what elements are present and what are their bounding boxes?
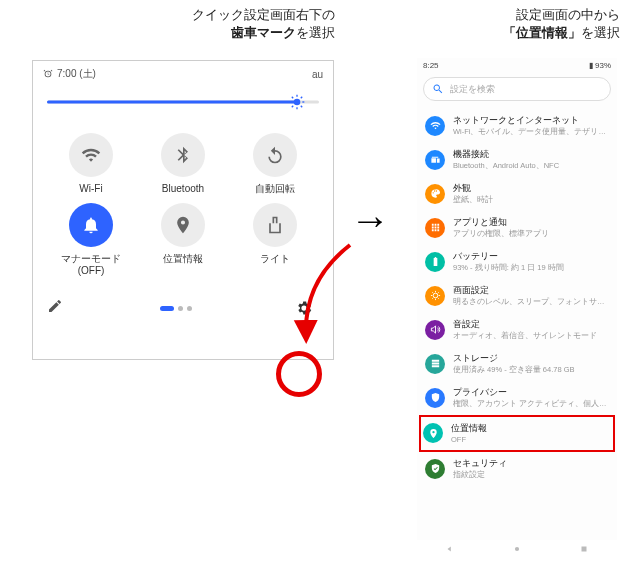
settings-item-apps[interactable]: アプリと通知アプリの権限、標準アプリ [421,211,613,245]
qs-tile-label: ライト [260,253,290,265]
bell-icon [69,203,113,247]
wifi-icon [425,116,445,136]
rotate-icon [253,133,297,177]
settings-screen: 8:25 ▮ 93% 設定を検索 ネットワークとインターネットWi-Fi、モバイ… [417,58,617,558]
settings-item-sub: OFF [451,435,487,444]
settings-item-display[interactable]: 画面設定明るさのレベル、スリープ、フォントサイズ [421,279,613,313]
svg-line-8 [301,97,302,98]
loc-icon [423,423,443,443]
caption-right-post: を選択 [581,25,620,40]
nav-bar [417,540,617,558]
gear-icon[interactable] [289,293,319,323]
svg-point-0 [294,99,301,106]
settings-item-loc[interactable]: 位置情報OFF [419,415,615,452]
settings-battery: 93% [595,61,611,70]
settings-item-battery[interactable]: バッテリー93% - 残り時間: 約 1 日 19 時間 [421,245,613,279]
search-icon [432,83,444,95]
nav-recent-icon[interactable] [579,544,589,554]
brightness-thumb-icon[interactable] [289,94,305,110]
svg-line-5 [292,97,293,98]
settings-item-title: 音設定 [453,318,597,331]
settings-item-sub: Wi-Fi、モバイル、データ使用量、テザリング [453,127,609,137]
settings-status-bar: 8:25 ▮ 93% [417,58,617,73]
page-dots [160,306,192,311]
settings-item-sub: 壁紙、時計 [453,195,493,205]
settings-search[interactable]: 設定を検索 [423,77,611,101]
settings-item-palette[interactable]: 外観壁紙、時計 [421,177,613,211]
caption-right-bold: 「位置情報」 [503,25,581,40]
devices-icon [425,150,445,170]
qs-tile-label: 位置情報 [163,253,203,265]
caption-left-pre: クイック設定画面右下の [192,7,335,22]
qs-tile-flash[interactable]: ライト [229,203,321,277]
settings-item-title: プライバシー [453,386,609,399]
display-icon [425,286,445,306]
settings-item-sub: 指紋設定 [453,470,507,480]
settings-item-wifi[interactable]: ネットワークとインターネットWi-Fi、モバイル、データ使用量、テザリング [421,109,613,143]
nav-back-icon[interactable] [445,544,455,554]
settings-list: ネットワークとインターネットWi-Fi、モバイル、データ使用量、テザリング機器接… [417,109,617,486]
qs-tile-rotate[interactable]: 自動回転 [229,133,321,195]
settings-item-title: 画面設定 [453,284,609,297]
settings-item-title: ネットワークとインターネット [453,114,609,127]
loc-icon [161,203,205,247]
caption-left: クイック設定画面右下の 歯車マークを選択 [105,6,335,42]
arrow-right-icon: → [350,200,390,240]
quick-settings-panel: 7:00 (土) au Wi-FiBluetooth自動回転マナーモード (OF… [32,60,334,360]
caption-left-post: を選択 [296,25,335,40]
qs-footer [33,287,333,331]
settings-item-sub: 明るさのレベル、スリープ、フォントサイズ [453,297,609,307]
security-icon [425,459,445,479]
qs-tile-label: 自動回転 [255,183,295,195]
apps-icon [425,218,445,238]
privacy-icon [425,388,445,408]
settings-item-sub: 93% - 残り時間: 約 1 日 19 時間 [453,263,564,273]
caption-left-bold: 歯車マーク [231,25,296,40]
qs-tile-bell[interactable]: マナーモード (OFF) [45,203,137,277]
sound-icon [425,320,445,340]
alarm-icon [43,69,53,79]
settings-item-title: ストレージ [453,352,575,365]
settings-item-sub: 権限、アカウント アクティビティ、個人データ [453,399,609,409]
svg-line-7 [292,106,293,107]
settings-item-sub: Bluetooth、Android Auto、NFC [453,161,559,171]
settings-item-devices[interactable]: 機器接続Bluetooth、Android Auto、NFC [421,143,613,177]
qs-tile-loc[interactable]: 位置情報 [137,203,229,277]
edit-icon[interactable] [47,298,63,318]
svg-line-6 [301,106,302,107]
settings-item-title: バッテリー [453,250,564,263]
caption-right: 設定画面の中から 「位置情報」を選択 [440,6,620,42]
nav-home-icon[interactable] [512,544,522,554]
caption-right-pre: 設定画面の中から [516,7,620,22]
settings-item-sub: アプリの権限、標準アプリ [453,229,549,239]
settings-item-title: 外観 [453,182,493,195]
qs-tile-bt[interactable]: Bluetooth [137,133,229,195]
search-placeholder: 設定を検索 [450,83,495,96]
storage-icon [425,354,445,374]
settings-item-title: 機器接続 [453,148,559,161]
wifi-icon [69,133,113,177]
flash-icon [253,203,297,247]
qs-tile-grid: Wi-FiBluetooth自動回転マナーモード (OFF)位置情報ライト [33,119,333,287]
qs-tile-label: マナーモード (OFF) [61,253,121,277]
settings-item-storage[interactable]: ストレージ使用済み 49% - 空き容量 64.78 GB [421,347,613,381]
qs-status-bar: 7:00 (土) au [33,61,333,83]
settings-item-title: アプリと通知 [453,216,549,229]
palette-icon [425,184,445,204]
signal-icon: ▮ [589,61,593,70]
qs-tile-label: Wi-Fi [79,183,102,195]
qs-tile-wifi[interactable]: Wi-Fi [45,133,137,195]
qs-tile-label: Bluetooth [162,183,204,195]
settings-item-sound[interactable]: 音設定オーディオ、着信音、サイレントモード [421,313,613,347]
svg-point-9 [515,547,519,551]
settings-item-sub: 使用済み 49% - 空き容量 64.78 GB [453,365,575,375]
bt-icon [161,133,205,177]
settings-time: 8:25 [423,61,439,70]
settings-item-title: 位置情報 [451,422,487,435]
svg-rect-10 [581,547,586,552]
settings-item-security[interactable]: セキュリティ指紋設定 [421,452,613,486]
settings-item-privacy[interactable]: プライバシー権限、アカウント アクティビティ、個人データ [421,381,613,415]
battery-icon [425,252,445,272]
settings-item-title: セキュリティ [453,457,507,470]
brightness-slider[interactable] [47,89,319,115]
